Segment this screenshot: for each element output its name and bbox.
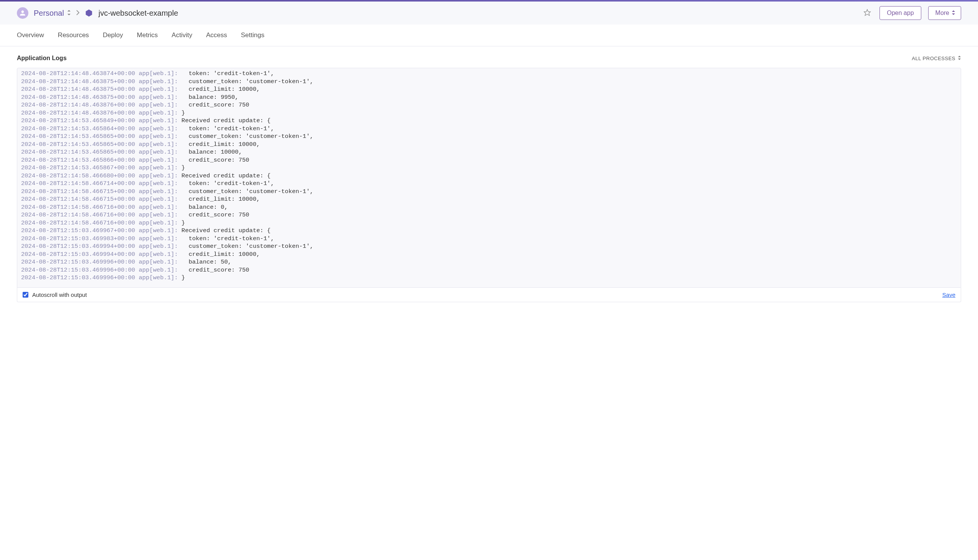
autoscroll-toggle[interactable]: Autoscroll with output	[23, 292, 87, 298]
log-line: 2024-08-28T12:14:58.466716+00:00 app[web…	[21, 203, 957, 212]
log-line: 2024-08-28T12:14:58.466716+00:00 app[web…	[21, 211, 957, 219]
logs-title: Application Logs	[17, 55, 67, 62]
log-line: 2024-08-28T12:14:48.463875+00:00 app[web…	[21, 85, 957, 93]
tab-overview[interactable]: Overview	[17, 25, 44, 46]
chevron-right-icon	[76, 9, 79, 17]
log-line: 2024-08-28T12:14:53.465864+00:00 app[web…	[21, 125, 957, 133]
star-icon	[863, 9, 871, 17]
logs-content[interactable]: 2024-08-28T12:14:48.463874+00:00 app[web…	[17, 68, 961, 287]
log-line: 2024-08-28T12:14:58.466714+00:00 app[web…	[21, 180, 957, 188]
log-line: 2024-08-28T12:14:53.465849+00:00 app[web…	[21, 117, 957, 125]
log-line: 2024-08-28T12:14:53.465866+00:00 app[web…	[21, 156, 957, 164]
save-logs-link[interactable]: Save	[942, 292, 955, 298]
log-line: 2024-08-28T12:14:48.463876+00:00 app[web…	[21, 109, 957, 117]
app-header: Personal jvc-websocket-example Open app …	[0, 2, 978, 25]
log-line: 2024-08-28T12:15:03.469983+00:00 app[web…	[21, 235, 957, 243]
log-line: 2024-08-28T12:14:53.465867+00:00 app[web…	[21, 164, 957, 172]
log-line: 2024-08-28T12:15:03.469996+00:00 app[web…	[21, 258, 957, 266]
open-app-label: Open app	[887, 10, 914, 17]
log-line: 2024-08-28T12:14:48.463875+00:00 app[web…	[21, 78, 957, 86]
more-label: More	[935, 10, 949, 17]
favorite-star-button[interactable]	[862, 7, 873, 19]
tab-access[interactable]: Access	[206, 25, 227, 46]
log-line: 2024-08-28T12:14:48.463876+00:00 app[web…	[21, 101, 957, 109]
save-label: Save	[942, 292, 955, 298]
log-line: 2024-08-28T12:14:58.466715+00:00 app[web…	[21, 188, 957, 196]
log-line: 2024-08-28T12:14:53.465865+00:00 app[web…	[21, 140, 957, 148]
breadcrumb: Personal jvc-websocket-example	[17, 7, 178, 19]
avatar[interactable]	[17, 7, 28, 19]
open-app-button[interactable]: Open app	[880, 6, 921, 20]
log-line: 2024-08-28T12:15:03.469996+00:00 app[web…	[21, 266, 957, 274]
tab-resources[interactable]: Resources	[58, 25, 89, 46]
log-line: 2024-08-28T12:14:58.466716+00:00 app[web…	[21, 219, 957, 227]
process-filter-dropdown[interactable]: ALL PROCESSES	[912, 55, 961, 61]
tab-settings[interactable]: Settings	[241, 25, 264, 46]
tab-deploy[interactable]: Deploy	[103, 25, 123, 46]
log-line: 2024-08-28T12:15:03.469994+00:00 app[web…	[21, 250, 957, 258]
svg-marker-1	[864, 9, 871, 15]
space-name: Personal	[34, 9, 64, 18]
space-selector[interactable]: Personal	[34, 9, 71, 18]
log-line: 2024-08-28T12:14:58.466680+00:00 app[web…	[21, 172, 957, 180]
updown-icon	[67, 10, 71, 17]
app-name: jvc-websocket-example	[98, 9, 178, 18]
updown-icon	[951, 10, 955, 16]
svg-marker-0	[86, 10, 92, 17]
log-line: 2024-08-28T12:14:48.463875+00:00 app[web…	[21, 93, 957, 102]
updown-icon	[958, 55, 961, 61]
log-line: 2024-08-28T12:14:53.465865+00:00 app[web…	[21, 133, 957, 140]
nav-tabs: OverviewResourcesDeployMetricsActivityAc…	[0, 25, 978, 47]
logs-viewer[interactable]: 2024-08-28T12:14:48.463874+00:00 app[web…	[17, 68, 961, 288]
log-line: 2024-08-28T12:15:03.469967+00:00 app[web…	[21, 227, 957, 235]
header-actions: Open app More	[862, 6, 961, 20]
autoscroll-checkbox[interactable]	[23, 292, 28, 298]
app-hex-icon	[85, 9, 93, 17]
logs-footer: Autoscroll with output Save	[17, 288, 961, 302]
log-line: 2024-08-28T12:14:48.463874+00:00 app[web…	[21, 70, 957, 78]
process-filter-label: ALL PROCESSES	[912, 55, 955, 61]
log-line: 2024-08-28T12:15:03.469996+00:00 app[web…	[21, 274, 957, 282]
logs-header: Application Logs ALL PROCESSES	[0, 47, 978, 65]
log-line: 2024-08-28T12:14:58.466715+00:00 app[web…	[21, 195, 957, 203]
log-line: 2024-08-28T12:14:53.465865+00:00 app[web…	[21, 148, 957, 156]
log-line: 2024-08-28T12:15:03.469994+00:00 app[web…	[21, 242, 957, 250]
tab-metrics[interactable]: Metrics	[137, 25, 158, 46]
tab-activity[interactable]: Activity	[172, 25, 192, 46]
more-button[interactable]: More	[928, 6, 961, 20]
autoscroll-label: Autoscroll with output	[32, 292, 87, 298]
